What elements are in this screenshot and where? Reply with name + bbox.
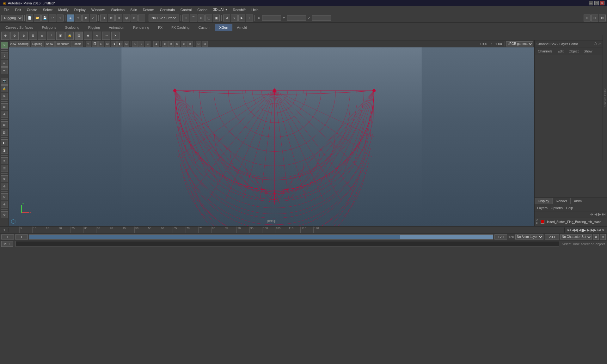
range-slider[interactable] [29, 234, 493, 240]
tl-next-frame[interactable]: ▶ [587, 228, 590, 232]
tool7[interactable]: ⊛ [115, 15, 122, 21]
tab-rigging[interactable]: Rigging [84, 24, 104, 31]
xgen-icon-10[interactable]: ◉ [84, 32, 92, 40]
cb-layer-nav-4[interactable]: ⏭ [602, 212, 606, 216]
tl-prev-frame[interactable]: ◀ [579, 228, 581, 232]
grid-button[interactable]: ⊞ [1, 103, 8, 110]
scale-tool-button[interactable]: ⤢ [90, 15, 97, 21]
cb-help-tab[interactable]: Help [565, 205, 574, 210]
vp-menu-renderer[interactable]: Renderer [55, 41, 71, 47]
select-mode-button[interactable]: ↖ [1, 42, 8, 49]
tl-loop[interactable]: ↺ [602, 228, 604, 232]
cb-resize-button[interactable]: ⬡ [594, 42, 597, 46]
menu-cache[interactable]: Cache [195, 7, 210, 12]
xgen-icon-6[interactable]: ⋮ [47, 32, 55, 40]
move-tool-button[interactable]: ✛ [75, 15, 82, 21]
xgen-icon-8[interactable]: 🔒 [65, 32, 74, 40]
cb-layers-tab[interactable]: Layers [536, 205, 549, 210]
vp-shaded[interactable]: ◑ [111, 41, 117, 47]
menu-edit[interactable]: Edit [13, 7, 24, 12]
tl-play-fwd[interactable]: ▶ [582, 228, 586, 233]
icon-r3[interactable]: ⊠ [599, 15, 606, 21]
tab-curves-surfaces[interactable]: Curves / Surfaces [1, 24, 37, 31]
cb-tab-channels[interactable]: Channels [536, 49, 554, 54]
vp-menu-view[interactable]: View [10, 41, 16, 47]
tab-rendering[interactable]: Rendering [129, 24, 153, 31]
redo-button[interactable]: ↪ [57, 15, 64, 21]
vp-res2[interactable]: 2 [138, 41, 144, 47]
layer2-button[interactable]: ▥ [1, 129, 8, 136]
snap-view-button[interactable]: ▣ [213, 15, 220, 21]
menu-constrain[interactable]: Constrain [157, 7, 177, 12]
minimize-button[interactable]: — [589, 1, 593, 5]
menu-windows[interactable]: Windows [89, 7, 108, 12]
snap-grid-button[interactable]: ⊞ [182, 15, 189, 21]
tab-fx[interactable]: FX [154, 24, 167, 31]
save-file-button[interactable]: 💾 [41, 15, 48, 21]
lock-button[interactable]: 🔒 [1, 85, 8, 92]
tl-skip-start[interactable]: ⏮ [567, 228, 571, 232]
range-char-button[interactable]: ⊕ [600, 234, 606, 240]
menu-file[interactable]: File [1, 7, 12, 12]
xgen-icon-3[interactable]: ⊛ [20, 32, 28, 40]
tab-custom[interactable]: Custom [194, 24, 215, 31]
undo-button[interactable]: ↩ [49, 15, 56, 21]
tl-skip-end[interactable]: ⏭ [597, 228, 601, 232]
camera-button[interactable]: 📷 [1, 78, 8, 85]
range-end-input[interactable] [494, 234, 507, 240]
vp-res1[interactable]: 1 [132, 41, 138, 47]
vp-isolate[interactable]: ◈ [153, 41, 159, 47]
maximize-button[interactable]: □ [594, 1, 599, 5]
range-end-2-input[interactable] [545, 234, 559, 240]
vp-res3[interactable]: 3 [145, 41, 150, 47]
cb-tab-object[interactable]: Object [567, 49, 580, 54]
render-view-button[interactable]: ◧ [1, 139, 8, 146]
render-settings-button[interactable]: ⚙ [223, 15, 230, 21]
pencil-button[interactable]: ✒ [1, 67, 8, 74]
vp-menu-lighting[interactable]: Lighting [31, 41, 44, 47]
mode-dropdown[interactable]: Rigging [1, 15, 23, 21]
snap-surface-button[interactable]: ◫ [205, 15, 212, 21]
vp-menu-show[interactable]: Show [45, 41, 55, 47]
paint-button[interactable]: ✏ [1, 60, 8, 67]
xgen-icon-1[interactable]: ⊕ [1, 32, 9, 40]
menu-control[interactable]: Control [178, 7, 194, 12]
mel-input[interactable] [15, 241, 559, 247]
vp-b5[interactable]: ⊜ [187, 41, 193, 47]
xgen-icon-13[interactable]: ✕ [111, 32, 120, 40]
open-file-button[interactable]: 📂 [34, 15, 41, 21]
viewport-canvas[interactable]: .wire { stroke: #cc0033; stroke-width: 1… [9, 47, 534, 226]
menu-redshift[interactable]: Redshift [230, 7, 248, 12]
x-input[interactable] [262, 15, 281, 21]
misc-button-3[interactable]: ⊙ [1, 193, 8, 200]
cb-layer-nav-1[interactable]: ⏮ [590, 212, 593, 216]
xgen-icon-2[interactable]: ⊙ [10, 32, 19, 40]
xgen-icon-9[interactable]: ⊡ [75, 32, 83, 40]
range-current-input[interactable] [15, 234, 28, 240]
icon-r1[interactable]: ⊞ [584, 15, 591, 21]
z-input[interactable] [312, 15, 331, 21]
vp-film[interactable]: 🎞 [92, 41, 98, 47]
xgen-icon-12[interactable]: ⋯ [102, 32, 110, 40]
tab-fx-caching[interactable]: FX Caching [167, 24, 193, 31]
menu-select[interactable]: Select [40, 7, 55, 12]
menu-modify[interactable]: Modify [56, 7, 71, 12]
tool5[interactable]: ⊙ [100, 15, 107, 21]
eye-button[interactable]: 👁 [1, 93, 8, 100]
gamma-dropdown[interactable]: sRGB gamma [506, 41, 533, 46]
menu-display[interactable]: Display [72, 7, 88, 12]
tab-sculpting[interactable]: Sculpting [61, 24, 83, 31]
vp-b3[interactable]: ⊚ [175, 41, 180, 47]
menu-deform[interactable]: Deform [140, 7, 157, 12]
render-button[interactable]: ▷ [231, 15, 238, 21]
vp-xray[interactable]: ◎ [124, 41, 129, 47]
snap-point-button[interactable]: ⊕ [198, 15, 205, 21]
cb-display-tab-display[interactable]: Display [535, 198, 553, 204]
misc-button-4[interactable]: ⊚ [1, 201, 8, 208]
icon-r2[interactable]: ⊟ [591, 15, 598, 21]
lasso-button[interactable]: ⤹ [1, 52, 8, 59]
vp-select-cam[interactable]: ↖ [86, 41, 91, 47]
y-input[interactable] [287, 15, 306, 21]
menu-3dtoall[interactable]: 3DtoAll ▾ [211, 7, 230, 12]
range-settings-button[interactable]: ⚙ [593, 234, 599, 240]
